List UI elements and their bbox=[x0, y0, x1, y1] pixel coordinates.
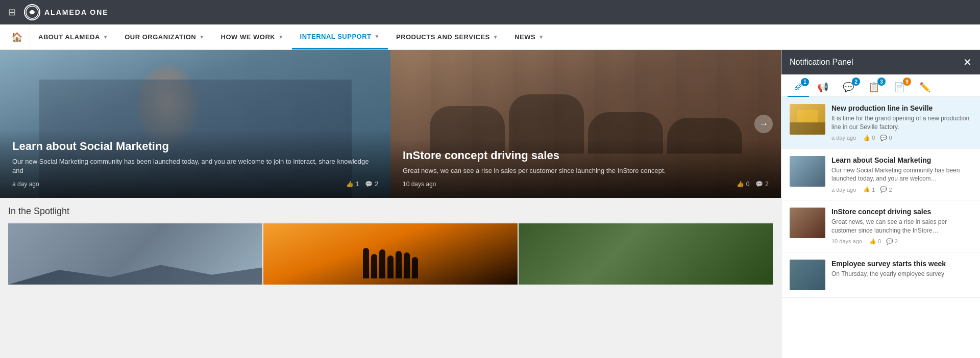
logo-circle bbox=[24, 4, 40, 20]
panel-close-button[interactable]: ✕ bbox=[963, 56, 972, 68]
hero-card-social-marketing[interactable]: Learn about Social Marketing Our new Soc… bbox=[0, 50, 390, 198]
notif-likes-instore: 👍 0 bbox=[869, 238, 881, 245]
notif-time-instore: 10 days ago bbox=[831, 238, 862, 244]
nav-products-services[interactable]: PRODUCTS AND SERVICES ▼ bbox=[388, 24, 506, 49]
notif-meta-instore: 10 days ago 👍 0 💬 2 bbox=[831, 238, 972, 245]
hero-card-1-desc: Our new Social Marketing community has b… bbox=[12, 157, 378, 175]
spotlight-images bbox=[8, 223, 773, 285]
notif-title-seville: New production line in Seville bbox=[831, 104, 972, 112]
comment-icon: 💬 bbox=[365, 181, 373, 188]
hero-card-1-title: Learn about Social Marketing bbox=[12, 140, 378, 153]
hero-card-2-meta: 10 days ago 👍 0 💬 2 bbox=[403, 181, 769, 188]
notif-likes-seville: 👍 0 bbox=[863, 135, 875, 141]
notif-desc-survey: On Thursday, the yearly employee survey bbox=[831, 270, 972, 278]
notif-thumb-instore bbox=[790, 208, 825, 238]
nav-arrow-2: ▼ bbox=[278, 34, 283, 40]
spotlight-title: In the Spotlight bbox=[8, 206, 773, 222]
notif-time-social: a day ago bbox=[831, 187, 856, 193]
notif-thumb-survey bbox=[790, 260, 825, 290]
home-nav-button[interactable]: 🏠 bbox=[4, 24, 30, 49]
hero-card-1-stats: 👍 1 💬 2 bbox=[346, 181, 378, 188]
comment-icon-s: 💬 bbox=[880, 135, 887, 141]
notif-desc-seville: It is time for the grand opening of a ne… bbox=[831, 114, 972, 132]
logo-area: ALAMEDA ONE bbox=[24, 4, 109, 20]
comment-icon-2: 💬 bbox=[755, 181, 763, 188]
notif-title-instore: InStore concept driving sales bbox=[831, 208, 972, 216]
notification-list: New production line in Seville It is tim… bbox=[781, 97, 980, 358]
notif-time-seville: a day ago bbox=[831, 135, 856, 141]
nav-how-we-work[interactable]: HOW WE WORK ▼ bbox=[213, 24, 292, 49]
hero-card-1-comments: 💬 2 bbox=[365, 181, 378, 188]
notif-meta-seville: a day ago 👍 0 💬 0 bbox=[831, 135, 972, 141]
comment-icon-in: 💬 bbox=[886, 238, 893, 245]
nav-about-alameda[interactable]: ABOUT ALAMEDA ▼ bbox=[30, 24, 116, 49]
panel-tab-documents[interactable]: 📄 9 bbox=[888, 79, 911, 96]
panel-tab-news[interactable]: 🗞 1 bbox=[788, 79, 809, 97]
spotlight-image-3[interactable] bbox=[519, 223, 773, 285]
grid-icon[interactable]: ⊞ bbox=[8, 7, 16, 18]
notif-comments-social: 💬 2 bbox=[880, 186, 892, 193]
nav-arrow-3: ▼ bbox=[375, 34, 380, 39]
notif-item-instore[interactable]: InStore concept driving sales Great news… bbox=[781, 200, 980, 252]
notif-comments-seville: 💬 0 bbox=[880, 135, 892, 141]
panel-title: Notification Panel bbox=[790, 58, 853, 67]
hero-card-2-time: 10 days ago bbox=[403, 181, 436, 188]
thumbsup-icon: 👍 bbox=[346, 181, 354, 188]
content-area: Learn about Social Marketing Our new Soc… bbox=[0, 50, 781, 358]
panel-header: Notification Panel ✕ bbox=[781, 50, 980, 74]
panel-tab-announcements[interactable]: 📢 bbox=[811, 79, 835, 96]
notification-panel: Notification Panel ✕ 🗞 1 📢 💬 2 📋 3 📄 9 bbox=[781, 50, 980, 358]
hero-card-2-likes: 👍 0 bbox=[737, 181, 750, 188]
notif-item-social[interactable]: Learn about Social Marketing Our new Soc… bbox=[781, 149, 980, 201]
hero-next-arrow[interactable]: → bbox=[754, 115, 773, 133]
panel-tab-comments[interactable]: 💬 2 bbox=[837, 79, 860, 96]
announcements-icon: 📢 bbox=[817, 82, 828, 93]
spotlight-image-2[interactable] bbox=[263, 223, 518, 285]
nav-arrow-4: ▼ bbox=[493, 34, 498, 40]
hero-card-2-desc: Great news, we can see a rise in sales p… bbox=[403, 166, 769, 175]
spotlight-image-1[interactable] bbox=[8, 223, 262, 285]
hero-card-1-meta: a day ago 👍 1 💬 2 bbox=[12, 181, 378, 188]
comment-icon-so: 💬 bbox=[880, 186, 887, 193]
notif-item-seville[interactable]: New production line in Seville It is tim… bbox=[781, 97, 980, 149]
nav-arrow-0: ▼ bbox=[103, 34, 108, 40]
tab-badge-news: 1 bbox=[801, 78, 809, 86]
notif-thumb-seville bbox=[790, 104, 825, 135]
notif-thumb-social bbox=[790, 156, 825, 187]
logo-text: ALAMEDA ONE bbox=[44, 8, 109, 16]
notif-desc-social: Our new Social Marketing community has b… bbox=[831, 166, 972, 184]
notif-desc-instore: Great news, we can see a rise in sales p… bbox=[831, 218, 972, 235]
nav-our-organization[interactable]: OUR ORGANIZATION ▼ bbox=[116, 24, 212, 49]
nav-arrow-5: ▼ bbox=[538, 34, 544, 40]
hero-section: Learn about Social Marketing Our new Soc… bbox=[0, 50, 781, 198]
notif-likes-social: 👍 1 bbox=[863, 186, 875, 193]
hero-card-2-comments: 💬 2 bbox=[755, 181, 769, 188]
notif-meta-social: a day ago 👍 1 💬 2 bbox=[831, 186, 972, 193]
thumb-icon-in: 👍 bbox=[869, 238, 876, 245]
notif-content-instore: InStore concept driving sales Great news… bbox=[831, 208, 972, 245]
notif-item-survey[interactable]: Employee survey starts this week On Thur… bbox=[781, 252, 980, 298]
notif-comments-instore: 💬 2 bbox=[886, 238, 898, 245]
nav-internal-support[interactable]: INTERNAL SUPPORT ▼ bbox=[292, 24, 388, 49]
thumb-icon-so: 👍 bbox=[863, 186, 870, 193]
notif-title-survey: Employee survey starts this week bbox=[831, 260, 972, 268]
notif-content-seville: New production line in Seville It is tim… bbox=[831, 104, 972, 141]
edit-icon: ✏️ bbox=[919, 82, 930, 93]
tab-badge-comments: 2 bbox=[852, 78, 860, 86]
tab-badge-tasks: 3 bbox=[877, 78, 886, 86]
panel-tabs: 🗞 1 📢 💬 2 📋 3 📄 9 ✏️ bbox=[781, 74, 980, 97]
thumb-icon-s: 👍 bbox=[863, 135, 870, 141]
notif-title-social: Learn about Social Marketing bbox=[831, 156, 972, 164]
hero-card-1-time: a day ago bbox=[12, 181, 39, 188]
panel-tab-tasks[interactable]: 📋 3 bbox=[862, 79, 886, 96]
hero-card-instore[interactable]: InStore concept driving sales Great news… bbox=[390, 50, 781, 198]
thumbsup-icon-2: 👍 bbox=[737, 181, 744, 188]
nav-bar: 🏠 ABOUT ALAMEDA ▼ OUR ORGANIZATION ▼ HOW… bbox=[0, 24, 980, 50]
nav-news[interactable]: NEWS ▼ bbox=[506, 24, 552, 49]
hero-card-2-title: InStore concept driving sales bbox=[403, 149, 769, 162]
main-area: Learn about Social Marketing Our new Soc… bbox=[0, 50, 980, 358]
notif-content-survey: Employee survey starts this week On Thur… bbox=[831, 260, 972, 290]
hero-card-1-overlay: Learn about Social Marketing Our new Soc… bbox=[0, 130, 390, 198]
hero-card-2-overlay: InStore concept driving sales Great news… bbox=[390, 139, 781, 198]
panel-tab-edit[interactable]: ✏️ bbox=[913, 79, 937, 96]
